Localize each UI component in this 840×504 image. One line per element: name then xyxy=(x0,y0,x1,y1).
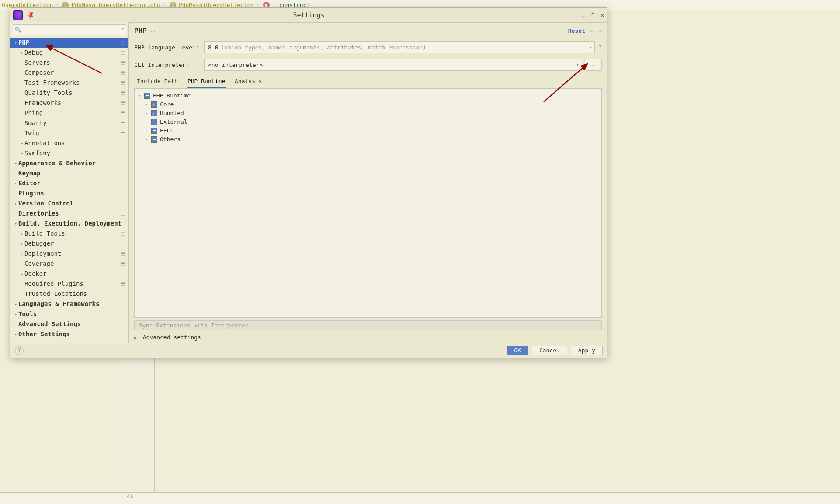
cli-interpreter-browse-button[interactable]: ... xyxy=(586,59,602,71)
tab-analysis[interactable]: Analysis xyxy=(234,76,263,88)
sidebar-item-test-frameworks[interactable]: Test Frameworks xyxy=(10,78,128,88)
sidebar: 🔍 ▾ ▾PHP▸DebugServersComposerTest Framew… xyxy=(10,22,129,343)
status-bar: 45 xyxy=(0,492,840,504)
sidebar-item-languages-frameworks[interactable]: ▸Languages & Frameworks xyxy=(10,299,128,309)
sidebar-item-other-settings[interactable]: ▸Other Settings xyxy=(10,329,128,339)
app-icon xyxy=(13,10,23,20)
reset-button[interactable]: Reset xyxy=(568,28,585,34)
project-level-icon xyxy=(121,41,125,44)
checkbox-icon[interactable] xyxy=(151,119,157,125)
checkbox-indeterminate-icon[interactable] xyxy=(144,93,150,99)
sidebar-item-label: Servers xyxy=(24,58,126,68)
advanced-settings-disclosure[interactable]: ▶ Advanced settings xyxy=(134,334,602,341)
sidebar-item-servers[interactable]: Servers xyxy=(10,58,128,68)
sidebar-item-debugger[interactable]: ▸Debugger xyxy=(10,239,128,249)
runtime-node-root[interactable]: ▾PHP Runtime xyxy=(138,91,598,100)
sidebar-item-editor[interactable]: ▸Editor xyxy=(10,178,128,188)
sidebar-item-label: Deployment xyxy=(24,249,126,259)
sidebar-item-label: Other Settings xyxy=(18,329,126,339)
settings-dialog: 📌 Settings ⌄ ⌃ ✕ 🔍 ▾ ▾PHP▸DebugServersCo… xyxy=(10,7,607,358)
sidebar-item-docker[interactable]: ▸Docker xyxy=(10,269,128,279)
svg-rect-4 xyxy=(121,61,125,64)
close-icon[interactable]: ✕ xyxy=(597,11,607,19)
sidebar-item-advanced-settings[interactable]: Advanced Settings xyxy=(10,319,128,329)
sidebar-item-annotations[interactable]: ▸Annotations xyxy=(10,138,128,148)
search-input[interactable]: 🔍 ▾ xyxy=(13,24,126,35)
sidebar-item-deployment[interactable]: ▸Deployment xyxy=(10,249,128,259)
ok-button[interactable]: OK xyxy=(507,346,528,355)
sidebar-item-label: PHP xyxy=(18,38,126,48)
svg-rect-16 xyxy=(121,122,125,125)
project-badge-icon: ▭ xyxy=(151,28,155,34)
sidebar-item-php[interactable]: ▾PHP xyxy=(10,38,128,48)
svg-rect-36 xyxy=(121,282,125,285)
sidebar-item-label: Debug xyxy=(24,48,126,58)
sidebar-item-label: Appearance & Behavior xyxy=(18,158,126,168)
project-level-icon xyxy=(121,101,125,104)
sidebar-item-label: Build Tools xyxy=(24,229,126,239)
apply-button[interactable]: Apply xyxy=(571,346,603,355)
help-icon[interactable]: ? xyxy=(598,44,602,51)
svg-rect-2 xyxy=(121,51,125,54)
sidebar-item-appearance-behavior[interactable]: ▸Appearance & Behavior xyxy=(10,158,128,168)
sidebar-item-label: Tools xyxy=(18,309,126,319)
sidebar-item-debug[interactable]: ▸Debug xyxy=(10,48,128,58)
sidebar-item-smarty[interactable]: Smarty xyxy=(10,118,128,128)
checkbox-icon[interactable] xyxy=(151,136,157,143)
sidebar-item-twig[interactable]: Twig xyxy=(10,128,128,138)
sidebar-item-directories[interactable]: Directories xyxy=(10,209,128,219)
runtime-node-others[interactable]: ▸Others xyxy=(145,135,598,144)
runtime-node-pecl[interactable]: ▸PECL xyxy=(145,126,598,135)
sidebar-item-coverage[interactable]: Coverage xyxy=(10,259,128,269)
sidebar-item-frameworks[interactable]: Frameworks xyxy=(10,98,128,108)
sidebar-item-plugins[interactable]: Plugins xyxy=(10,188,128,198)
checkbox-icon[interactable] xyxy=(151,110,157,116)
project-level-icon xyxy=(121,202,125,205)
sidebar-item-keymap[interactable]: Keymap xyxy=(10,168,128,178)
php-lang-level-select[interactable]: 8.0 (union types, named arguments, attri… xyxy=(204,41,595,53)
sidebar-item-quality-tools[interactable]: Quality Tools xyxy=(10,88,128,98)
search-field[interactable] xyxy=(22,25,118,36)
cancel-button[interactable]: Cancel xyxy=(532,346,567,355)
tab-include-path[interactable]: Include Path xyxy=(136,76,179,88)
svg-rect-34 xyxy=(121,262,125,265)
chevron-down-icon[interactable]: ⌄ xyxy=(578,11,588,19)
php-runtime-tree[interactable]: ▾PHP Runtime▸Core▸Bundled▸External▸PECL▸… xyxy=(134,88,602,318)
svg-rect-30 xyxy=(121,232,125,235)
forward-button[interactable]: → xyxy=(598,27,602,35)
sidebar-item-label: Keymap xyxy=(18,168,126,178)
checkbox-icon[interactable] xyxy=(151,101,157,108)
pin-icon[interactable]: 📌 xyxy=(26,10,36,20)
sidebar-item-symfony[interactable]: ▸Symfony xyxy=(10,148,128,158)
svg-rect-14 xyxy=(121,111,125,115)
sidebar-item-tools[interactable]: ▸Tools xyxy=(10,309,128,319)
runtime-node-bundled[interactable]: ▸Bundled xyxy=(145,109,598,118)
settings-tree[interactable]: ▾PHP▸DebugServersComposerTest Frameworks… xyxy=(10,38,128,343)
sidebar-item-required-plugins[interactable]: Required Plugins xyxy=(10,279,128,289)
runtime-node-core[interactable]: ▸Core xyxy=(145,100,598,109)
runtime-node-external[interactable]: ▸External xyxy=(145,118,598,126)
svg-rect-20 xyxy=(121,142,125,145)
project-level-icon xyxy=(121,142,125,145)
svg-rect-12 xyxy=(121,101,125,104)
sync-extensions-button[interactable]: Sync Extensions with Interpreter xyxy=(134,320,602,330)
cli-interpreter-select[interactable]: <no interpreter> ▾ xyxy=(204,59,582,71)
chevron-up-icon[interactable]: ⌃ xyxy=(588,11,597,19)
sidebar-item-version-control[interactable]: ▸Version Control xyxy=(10,198,128,209)
help-button[interactable]: ? xyxy=(15,346,24,355)
back-button[interactable]: ← xyxy=(590,27,594,35)
sidebar-item-label: Test Frameworks xyxy=(24,78,126,88)
svg-rect-24 xyxy=(121,192,125,195)
checkbox-icon[interactable] xyxy=(151,128,157,134)
sidebar-item-label: Quality Tools xyxy=(24,88,126,98)
sidebar-item-composer[interactable]: Composer xyxy=(10,68,128,78)
project-level-icon xyxy=(121,152,125,155)
tab-php-runtime[interactable]: PHP Runtime xyxy=(187,76,226,88)
sidebar-item-trusted-locations[interactable]: Trusted Locations xyxy=(10,289,128,299)
sidebar-item-build-tools[interactable]: ▸Build Tools xyxy=(10,229,128,239)
svg-rect-10 xyxy=(121,91,125,94)
sidebar-item-phing[interactable]: Phing xyxy=(10,108,128,118)
settings-main-panel: PHP ▭ Reset ← → PHP language level: 8.0 … xyxy=(129,22,607,343)
sidebar-item-build-execution-deployment[interactable]: ▾Build, Execution, Deployment xyxy=(10,219,128,229)
chevron-down-icon[interactable]: ▾ xyxy=(122,27,124,31)
